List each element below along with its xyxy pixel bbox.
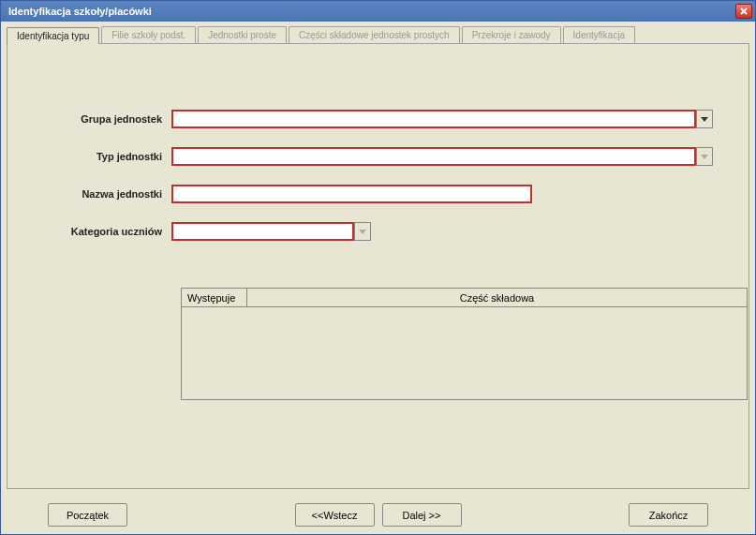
svg-marker-4 xyxy=(359,230,366,234)
chevron-down-icon xyxy=(359,230,366,234)
combo-typ xyxy=(171,147,713,166)
table-area: Występuje Część składowa xyxy=(181,288,720,400)
wizard-footer: Początek <<Wstecz Dalej >> Zakończ xyxy=(1,495,755,534)
table-header-row: Występuje Część składowa xyxy=(182,289,747,307)
close-button[interactable] xyxy=(735,4,752,19)
label-grupa: Grupa jednostek xyxy=(36,113,171,125)
close-icon xyxy=(740,7,748,15)
svg-marker-3 xyxy=(701,155,708,159)
start-button[interactable]: Początek xyxy=(48,503,127,527)
combo-grupa xyxy=(171,110,713,128)
next-button[interactable]: Dalej >> xyxy=(382,503,462,527)
tab-strip: Identyfikacja typu Filie szkoły podst. J… xyxy=(1,22,755,43)
kategoria-input[interactable] xyxy=(171,222,354,241)
table-body xyxy=(182,307,747,399)
row-grupa: Grupa jednostek xyxy=(36,110,720,128)
label-kategoria: Kategoria uczniów xyxy=(36,226,171,237)
window-title: Identyfikacja szkoły/placówki xyxy=(8,6,152,17)
nazwa-input[interactable] xyxy=(171,185,532,203)
components-table: Występuje Część składowa xyxy=(181,288,748,400)
row-nazwa: Nazwa jednostki xyxy=(36,185,720,203)
kategoria-dropdown-button[interactable] xyxy=(354,222,371,241)
row-kategoria: Kategoria uczniów xyxy=(36,222,720,241)
titlebar: Identyfikacja szkoły/placówki xyxy=(1,1,755,22)
tab-filie-szkoly[interactable]: Filie szkoły podst. xyxy=(101,26,196,43)
chevron-down-icon xyxy=(701,155,708,159)
finish-button[interactable]: Zakończ xyxy=(629,503,708,527)
row-typ: Typ jednostki xyxy=(36,147,720,166)
col-header-wystepuje: Występuje xyxy=(182,289,247,306)
typ-input[interactable] xyxy=(171,147,696,166)
tab-przekroje-zawody[interactable]: Przekroje i zawody xyxy=(462,26,561,43)
grupa-input[interactable] xyxy=(171,110,696,128)
grupa-dropdown-button[interactable] xyxy=(696,110,713,128)
back-button[interactable]: <<Wstecz xyxy=(295,503,375,527)
typ-dropdown-button[interactable] xyxy=(696,147,713,166)
svg-marker-2 xyxy=(701,117,708,122)
combo-kategoria xyxy=(171,222,371,241)
label-nazwa: Nazwa jednostki xyxy=(36,188,171,200)
tab-czesci-skladowe[interactable]: Części składowe jednostek prostych xyxy=(289,26,460,43)
window-frame: Identyfikacja szkoły/placówki Identyfika… xyxy=(0,0,756,535)
tab-content: Grupa jednostek Typ jednostki Nazwa jedn… xyxy=(7,43,749,489)
nav-buttons: <<Wstecz Dalej >> xyxy=(295,503,462,527)
tab-identyfikacja[interactable]: Identyfikacja xyxy=(563,26,636,43)
tab-identyfikacja-typu[interactable]: Identyfikacja typu xyxy=(7,27,99,44)
col-header-czesc-skladowa: Część składowa xyxy=(247,289,747,306)
chevron-down-icon xyxy=(701,117,708,122)
label-typ: Typ jednostki xyxy=(36,151,171,162)
tab-jednostki-proste[interactable]: Jednostki proste xyxy=(198,26,287,43)
